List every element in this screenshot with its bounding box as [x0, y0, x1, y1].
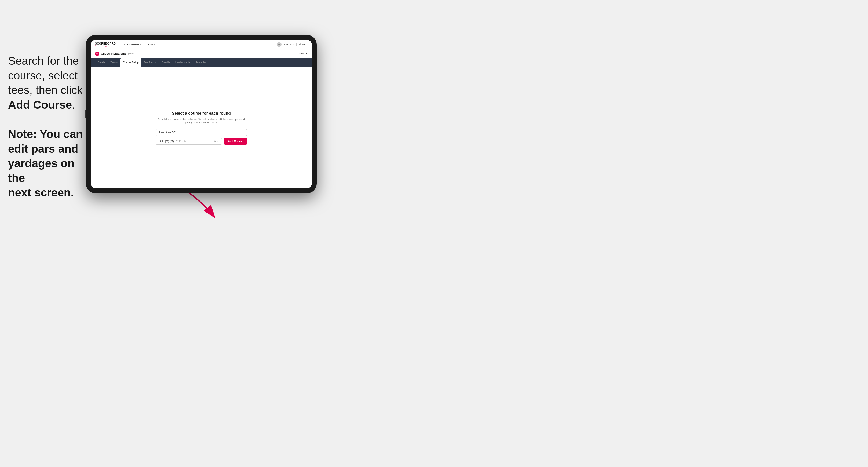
nav-teams[interactable]: TEAMS — [146, 43, 155, 46]
panel-subtitle: Search for a course and select a tee. Yo… — [156, 118, 247, 125]
user-avatar: U — [277, 42, 282, 47]
tee-value: Gold (M) (M) (7010 yds) — [159, 140, 187, 143]
annotation-bold: Add Course — [8, 98, 72, 111]
course-setup-panel: Select a course for each round Search fo… — [156, 111, 247, 145]
annotation-line1: Search for the course, select tees, then… — [8, 54, 83, 112]
tournament-icon: C — [95, 52, 99, 56]
course-search-input[interactable] — [156, 129, 247, 136]
tab-tee-groups[interactable]: Tee Groups — [142, 58, 159, 67]
annotation-note: Note: You can edit pars and yardages on … — [8, 127, 83, 200]
sign-out-link[interactable]: Sign out — [299, 43, 308, 46]
tournament-title: C Clippd Invitational (Men) — [95, 52, 134, 56]
cancel-button[interactable]: Cancel ✕ — [297, 52, 308, 55]
logo-area: SCOREBOARD Powered by clippd — [95, 42, 116, 47]
tee-select-row: Gold (M) (M) (7010 yds) ✕ ⌄ Add Course — [156, 138, 247, 145]
add-course-button[interactable]: Add Course — [224, 138, 247, 145]
main-content: Select a course for each round Search fo… — [91, 67, 312, 188]
tab-teams[interactable]: Teams — [108, 58, 121, 67]
cancel-icon: ✕ — [305, 52, 308, 55]
tab-printables[interactable]: Printables — [193, 58, 209, 67]
annotation-block: Search for the course, select tees, then… — [8, 54, 83, 200]
tablet-side-button — [85, 110, 86, 118]
navbar: SCOREBOARD Powered by clippd TOURNAMENTS… — [91, 40, 312, 50]
user-name: Test User — [284, 43, 294, 46]
logo-sub: Powered by clippd — [95, 45, 116, 47]
tab-bar: Details Teams Course Setup Tee Groups Re… — [91, 58, 312, 67]
tab-details[interactable]: Details — [95, 58, 108, 67]
tournament-header: C Clippd Invitational (Men) Cancel ✕ — [91, 50, 312, 58]
nav-links: TOURNAMENTS TEAMS — [121, 43, 276, 46]
logo-text: SCOREBOARD — [95, 42, 116, 45]
tablet-screen: SCOREBOARD Powered by clippd TOURNAMENTS… — [91, 40, 312, 188]
tournament-name: Clippd Invitational — [101, 52, 126, 55]
tee-select[interactable]: Gold (M) (M) (7010 yds) ✕ ⌄ — [156, 138, 222, 145]
tee-clear-icon[interactable]: ✕ — [214, 140, 216, 143]
tournament-tag: (Men) — [128, 52, 134, 55]
tab-results[interactable]: Results — [159, 58, 173, 67]
tab-course-setup[interactable]: Course Setup — [120, 58, 142, 67]
user-area: U Test User | Sign out — [277, 42, 308, 47]
tab-leaderboards[interactable]: Leaderboards — [173, 58, 193, 67]
nav-tournaments[interactable]: TOURNAMENTS — [121, 43, 141, 46]
panel-title: Select a course for each round — [156, 111, 247, 116]
separator: | — [296, 43, 297, 46]
tee-select-controls: ✕ ⌄ — [214, 140, 219, 143]
tee-arrows-icon[interactable]: ⌄ — [217, 140, 219, 143]
tablet-frame: SCOREBOARD Powered by clippd TOURNAMENTS… — [86, 35, 317, 193]
